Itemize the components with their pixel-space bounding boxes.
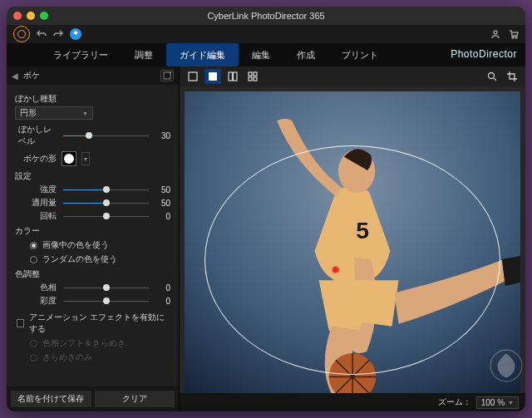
user-account-icon[interactable] xyxy=(490,29,500,39)
hue-slider[interactable] xyxy=(63,283,149,292)
caret-down-icon: ▼ xyxy=(82,111,88,116)
zoom-label: ズーム： xyxy=(438,396,471,408)
intensity-slider[interactable] xyxy=(63,185,149,194)
grid-view-icon[interactable] xyxy=(244,69,261,84)
svg-point-0 xyxy=(494,31,497,34)
svg-rect-3 xyxy=(164,72,170,79)
amount-label: 適用量 xyxy=(15,197,58,209)
bokeh-shape-caret-icon[interactable]: ▼ xyxy=(81,152,90,165)
hue-row: 色相 0 xyxy=(15,282,170,293)
sat-value: 0 xyxy=(154,297,170,306)
bokeh-shape-label: ボケの形 xyxy=(23,153,57,165)
use-random-color-row[interactable]: ランダムの色を使う xyxy=(30,253,170,265)
rotate-label: 回転 xyxy=(15,210,58,222)
sat-slider[interactable] xyxy=(63,297,149,305)
svg-point-12 xyxy=(489,73,495,79)
bokeh-shape-swatch[interactable] xyxy=(62,151,76,166)
caret-down-icon: ▼ xyxy=(508,400,514,406)
use-image-color-row[interactable]: 画像中の色を使う xyxy=(30,239,170,251)
ellipse-center-handle[interactable] xyxy=(332,267,338,273)
editor-area: 5 xyxy=(180,66,525,411)
anim-shift-row: 色相シフト＆きらめき xyxy=(30,337,170,349)
checkbox-icon xyxy=(17,319,24,327)
panel-header: ◀ ボケ xyxy=(7,66,179,85)
svg-rect-4 xyxy=(189,72,197,81)
app-logo-icon[interactable] xyxy=(13,26,30,42)
zoom-value: 100 % xyxy=(481,398,505,407)
blur-level-label: ぼかしレベル xyxy=(15,124,58,147)
tab-edit[interactable]: 編集 xyxy=(239,43,283,66)
hue-value: 0 xyxy=(154,283,170,293)
quick-toolbar xyxy=(7,25,525,43)
blur-type-dropdown[interactable]: 円形 ▼ xyxy=(15,106,93,120)
color-section-label: カラー xyxy=(15,225,170,237)
svg-point-1 xyxy=(512,37,514,38)
effects-panel: ◀ ボケ ぼかし種類 円形 ▼ ぼかしレベル 30 xyxy=(7,66,180,411)
brand-label: PhotoDirector xyxy=(451,48,517,60)
split-view-icon[interactable] xyxy=(224,69,241,84)
save-as-button[interactable]: 名前を付けて保存 xyxy=(11,391,91,407)
svg-rect-7 xyxy=(234,72,238,81)
cart-icon[interactable] xyxy=(509,29,519,39)
zoom-tool-icon[interactable] xyxy=(484,69,500,84)
bokeh-shape-row: ボケの形 ▼ xyxy=(23,151,170,166)
fit-view-icon[interactable] xyxy=(185,69,201,84)
editor-footer: ズーム： 100 % ▼ xyxy=(180,393,525,411)
anim-shift-label: 色相シフト＆きらめき xyxy=(42,337,126,349)
sat-label: 彩度 xyxy=(15,295,58,307)
rotate-slider[interactable] xyxy=(63,212,149,220)
sat-row: 彩度 0 xyxy=(15,295,170,307)
radio-icon xyxy=(30,256,37,263)
intensity-label: 強度 xyxy=(15,184,58,195)
radio-icon xyxy=(30,340,37,347)
use-random-color-label: ランダムの色を使う xyxy=(42,253,117,265)
main-area: ◀ ボケ ぼかし種類 円形 ▼ ぼかしレベル 30 xyxy=(7,66,525,411)
tab-print[interactable]: プリント xyxy=(328,43,392,66)
svg-rect-6 xyxy=(229,72,233,81)
panel-title: ボケ xyxy=(23,70,155,81)
reset-icon[interactable] xyxy=(160,70,174,81)
tab-guided[interactable]: ガイド編集 xyxy=(166,43,239,66)
single-view-icon[interactable] xyxy=(204,69,221,84)
intensity-row: 強度 50 xyxy=(15,184,170,195)
amount-value: 50 xyxy=(154,199,170,208)
crop-tool-icon[interactable] xyxy=(504,69,520,84)
anim-sparkle-row: きらめきのみ xyxy=(30,352,170,363)
use-image-color-label: 画像中の色を使う xyxy=(42,239,109,251)
svg-point-2 xyxy=(515,37,517,38)
zoom-select[interactable]: 100 % ▼ xyxy=(476,396,519,409)
module-nav: ライブラリー 調整 ガイド編集 編集 作成 プリント PhotoDirector xyxy=(7,43,525,66)
cloud-sync-icon[interactable] xyxy=(70,28,81,40)
radio-icon xyxy=(30,354,37,361)
settings-label: 設定 xyxy=(15,170,170,182)
clear-button[interactable]: クリア xyxy=(95,391,175,407)
undo-icon[interactable] xyxy=(37,29,47,39)
svg-rect-5 xyxy=(209,72,217,81)
rotate-value: 0 xyxy=(154,212,170,221)
anim-sparkle-label: きらめきのみ xyxy=(42,352,92,363)
window-title: CyberLink PhotoDirector 365 xyxy=(7,11,525,21)
panel-body: ぼかし種類 円形 ▼ ぼかしレベル 30 ボケの形 ▼ 設 xyxy=(7,85,179,386)
svg-rect-10 xyxy=(249,77,252,81)
tab-library[interactable]: ライブラリー xyxy=(40,43,121,66)
panel-footer: 名前を付けて保存 クリア xyxy=(7,386,179,411)
editor-toolbar xyxy=(180,66,525,86)
blur-type-value: 円形 xyxy=(20,107,37,119)
redo-icon[interactable] xyxy=(53,29,63,39)
radio-icon xyxy=(30,242,37,249)
tab-create[interactable]: 作成 xyxy=(283,43,328,66)
amount-slider[interactable] xyxy=(63,199,149,207)
amount-row: 適用量 50 xyxy=(15,197,170,209)
app-window: CyberLink PhotoDirector 365 ライブラリー 調整 ガイ… xyxy=(7,7,525,411)
hue-label: 色相 xyxy=(15,282,58,293)
blur-level-slider[interactable] xyxy=(63,131,149,140)
enable-animation-row[interactable]: アニメーション エフェクトを有効にする xyxy=(17,312,170,335)
back-icon[interactable]: ◀ xyxy=(12,71,18,81)
blur-level-value: 30 xyxy=(154,131,170,140)
tab-adjust[interactable]: 調整 xyxy=(121,43,166,66)
bokeh-focus-ellipse[interactable] xyxy=(204,145,500,375)
image-canvas[interactable]: 5 xyxy=(185,91,520,393)
watermark-icon xyxy=(489,348,524,386)
titlebar: CyberLink PhotoDirector 365 xyxy=(7,7,525,25)
intensity-value: 50 xyxy=(154,185,170,194)
